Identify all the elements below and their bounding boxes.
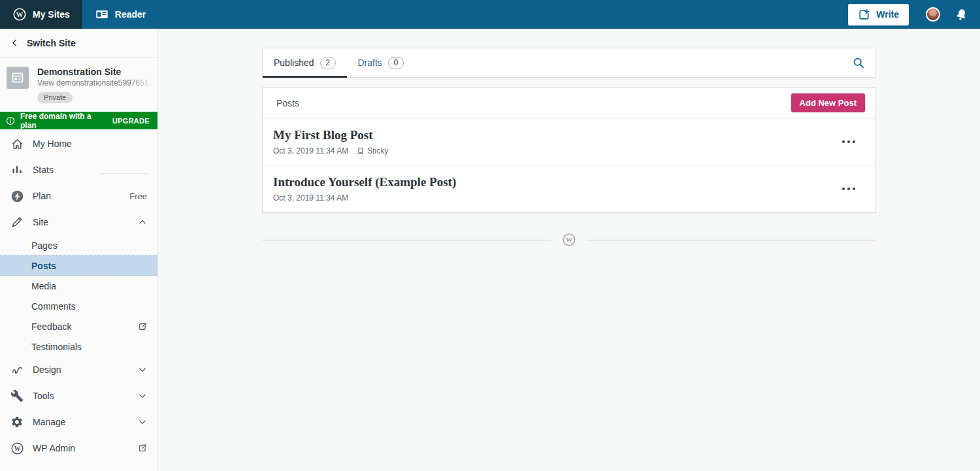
posts-card-title: Posts — [276, 98, 299, 108]
wordpress-logo-icon: W — [562, 233, 576, 247]
chevron-up-icon — [138, 218, 147, 227]
private-badge: Private — [37, 92, 73, 103]
main-content: Published 2 Drafts 0 Posts Add New Post … — [158, 0, 980, 247]
avatar[interactable] — [926, 7, 940, 22]
post-date: Oct 3, 2019 11:34 AM — [273, 146, 348, 155]
post-meta: Oct 3, 2019 11:34 AM — [273, 193, 456, 203]
sidebar-item-label: Feedback — [31, 321, 71, 332]
pencil-icon — [9, 216, 25, 229]
upgrade-banner[interactable]: Free domain with a plan UPGRADE — [0, 112, 157, 129]
svg-text:W: W — [14, 445, 20, 452]
wordpress-logo-icon: W — [12, 7, 27, 22]
sidebar-item-media[interactable]: Media — [0, 276, 157, 296]
plan-bolt-icon — [9, 189, 25, 203]
reader-label: Reader — [115, 9, 146, 20]
plan-level-label: Free — [129, 191, 147, 201]
sidebar-item-posts[interactable]: Posts — [0, 255, 157, 276]
switch-site-button[interactable]: Switch Site — [0, 29, 157, 57]
bookmark-icon — [357, 147, 365, 155]
sidebar-item-manage[interactable]: Manage — [0, 409, 157, 435]
sidebar-item-label: WP Admin — [33, 443, 75, 453]
sidebar-item-label: Stats — [33, 165, 54, 175]
post-date: Oct 3, 2019 11:34 AM — [273, 193, 348, 203]
sticky-flag: Sticky — [357, 146, 388, 155]
sidebar-item-tools[interactable]: Tools — [0, 383, 157, 409]
sidebar-item-label: Site — [33, 217, 48, 227]
switch-site-label: Switch Site — [27, 38, 76, 48]
my-sites-label: My Sites — [33, 9, 70, 20]
my-sites-button[interactable]: W My Sites — [0, 0, 82, 29]
svg-text:W: W — [566, 236, 572, 244]
wordpress-logo-icon: W — [9, 442, 25, 455]
reader-icon — [95, 7, 109, 22]
site-title: Demonstration Site — [37, 67, 154, 78]
tab-drafts[interactable]: Drafts 0 — [347, 48, 415, 77]
sidebar-item-comments[interactable]: Comments — [0, 296, 157, 316]
site-icon — [7, 67, 29, 89]
tab-published[interactable]: Published 2 — [263, 48, 347, 77]
post-actions-ellipsis-button[interactable] — [832, 180, 865, 197]
wrench-icon — [9, 389, 25, 402]
sidebar-item-pages[interactable]: Pages — [0, 235, 157, 255]
chevron-down-icon — [138, 417, 147, 427]
upgrade-banner-text: Free domain with a plan — [20, 112, 107, 130]
notifications-bell-icon[interactable] — [953, 6, 970, 22]
post-meta: Oct 3, 2019 11:34 AM Sticky — [273, 146, 388, 155]
chevron-down-icon — [138, 365, 147, 374]
add-new-post-button[interactable]: Add New Post — [791, 93, 865, 112]
sidebar-item-stats[interactable]: Stats — [0, 157, 157, 183]
sidebar-item-label: Comments — [31, 301, 76, 312]
stats-icon — [9, 163, 25, 176]
sidebar-item-testimonials[interactable]: Testimonials — [0, 336, 157, 357]
sidebar-item-label: Pages — [31, 240, 57, 251]
chevron-left-icon — [10, 39, 19, 47]
divider-line — [587, 240, 876, 240]
search-button[interactable] — [841, 48, 875, 77]
stats-sparkline — [100, 166, 147, 174]
sidebar-item-label: Plan — [33, 191, 51, 201]
post-status-tabs: Published 2 Drafts 0 — [262, 48, 876, 78]
sidebar-item-site[interactable]: Site — [0, 209, 157, 235]
sidebar-item-my-home[interactable]: My Home — [0, 131, 157, 157]
post-row: My First Blog Post Oct 3, 2019 11:34 AM … — [263, 119, 875, 165]
customize-squiggle-icon — [9, 363, 25, 377]
home-icon — [9, 137, 25, 151]
site-url: View demonstrationsite599765121 — [37, 78, 154, 88]
sidebar-item-label: Testimonials — [31, 342, 82, 352]
reader-button[interactable]: Reader — [82, 0, 158, 29]
sidebar-menu: My Home Stats Plan Free Site — [0, 129, 157, 461]
sidebar-item-label: Media — [31, 281, 56, 291]
post-title-link[interactable]: Introduce Yourself (Example Post) — [273, 174, 456, 190]
upgrade-action[interactable]: UPGRADE — [112, 117, 150, 125]
sidebar-item-design[interactable]: Design — [0, 357, 157, 383]
info-icon — [6, 116, 15, 125]
drafts-count-badge: 0 — [388, 57, 404, 69]
posts-card: Posts Add New Post My First Blog Post Oc… — [262, 87, 876, 213]
post-actions-ellipsis-button[interactable] — [832, 133, 865, 150]
chevron-down-icon — [138, 391, 147, 400]
sidebar-item-wp-admin[interactable]: W WP Admin — [0, 435, 157, 461]
sticky-label: Sticky — [367, 146, 388, 155]
svg-text:W: W — [16, 11, 24, 18]
tab-published-label: Published — [274, 57, 314, 68]
sidebar-item-label: Posts — [31, 261, 56, 271]
post-title-link[interactable]: My First Blog Post — [273, 127, 388, 143]
sidebar-item-plan[interactable]: Plan Free — [0, 183, 157, 209]
gear-icon — [9, 415, 25, 429]
masterbar: W My Sites Reader Write — [0, 0, 980, 29]
divider-line — [262, 240, 551, 240]
external-link-icon — [138, 322, 147, 331]
wordpress-footer-divider: W — [262, 233, 876, 247]
write-label: Write — [876, 9, 899, 20]
new-post-icon — [858, 8, 870, 21]
sidebar-item-label: My Home — [33, 138, 72, 149]
sidebar-item-label: Manage — [33, 417, 66, 427]
posts-card-header: Posts Add New Post — [263, 88, 875, 119]
sidebar-item-label: Tools — [33, 391, 54, 401]
post-row: Introduce Yourself (Example Post) Oct 3,… — [263, 165, 875, 212]
sidebar: Switch Site Demonstration Site View demo… — [0, 29, 158, 471]
write-button[interactable]: Write — [848, 4, 909, 25]
sidebar-item-label: Design — [33, 365, 61, 375]
sidebar-item-feedback[interactable]: Feedback — [0, 316, 157, 336]
site-card[interactable]: Demonstration Site View demonstrationsit… — [0, 57, 157, 108]
